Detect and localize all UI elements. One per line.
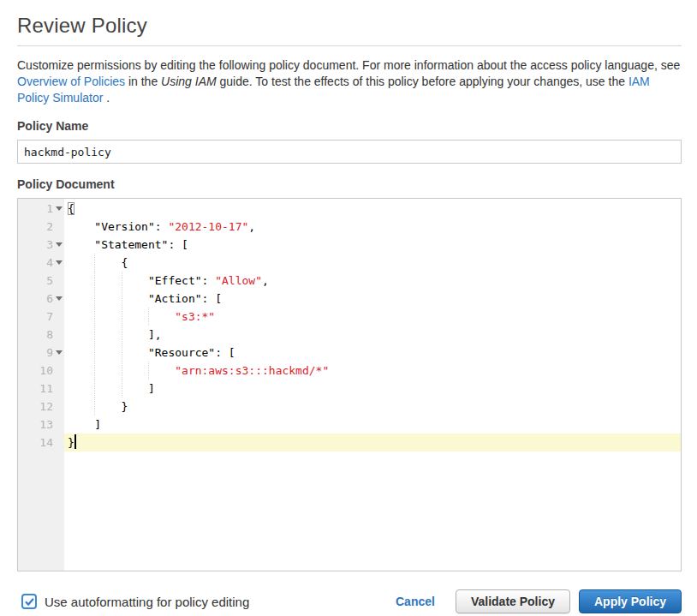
gutter-line-number: 10 xyxy=(18,362,64,380)
intro-text: . xyxy=(103,91,110,105)
indent-guide xyxy=(122,308,122,326)
page-title: Review Policy xyxy=(17,14,682,38)
json-string-value: "s3:*" xyxy=(175,310,215,323)
cancel-link[interactable]: Cancel xyxy=(396,595,435,608)
code-line[interactable]: } xyxy=(64,434,681,452)
gutter-line-number: 12 xyxy=(18,398,64,416)
json-code-text: { xyxy=(68,202,74,215)
code-line[interactable]: ] xyxy=(64,416,681,434)
validate-policy-button[interactable]: Validate Policy xyxy=(456,589,570,613)
gutter-line-number: 11 xyxy=(18,380,64,398)
overview-of-policies-link[interactable]: Overview of Policies xyxy=(17,75,125,88)
autoformat-checkbox[interactable] xyxy=(21,594,37,609)
indent-guide xyxy=(94,344,95,362)
json-code-text: , xyxy=(248,220,255,233)
indent-guide xyxy=(94,362,95,380)
footer-actions: Cancel Validate Policy Apply Policy xyxy=(396,589,682,613)
code-line[interactable]: "Effect": "Allow", xyxy=(64,272,681,290)
indent-guide xyxy=(94,254,95,272)
json-code-text: } xyxy=(68,400,128,413)
indent-guide xyxy=(122,344,122,362)
code-line[interactable]: "Resource": [ xyxy=(64,344,681,362)
using-iam-guide-name: Using IAM xyxy=(161,75,217,88)
indent-guide xyxy=(122,272,122,290)
editor-code[interactable]: { "Version": "2012-10-17", "Statement": … xyxy=(64,199,681,571)
policy-editor[interactable]: 1234567891011121314 { "Version": "2012-1… xyxy=(17,198,682,571)
code-line[interactable]: ], xyxy=(64,326,681,344)
indent-guide xyxy=(94,308,95,326)
json-code-text: , xyxy=(262,274,269,287)
json-code-text: "Resource": [ xyxy=(68,346,235,359)
fold-arrow-icon[interactable] xyxy=(56,296,63,301)
json-string-value: "arn:aws:s3:::hackmd/*" xyxy=(175,364,329,377)
intro-text: Customize permissions by editing the fol… xyxy=(17,58,680,72)
code-line[interactable]: "s3:*" xyxy=(64,308,681,326)
intro-text: guide. To test the effects of this polic… xyxy=(217,75,628,88)
footer-bar: Use autoformatting for policy editing Ca… xyxy=(17,589,682,613)
fold-arrow-icon[interactable] xyxy=(56,260,63,265)
indent-guide xyxy=(94,290,95,308)
json-code-text: "Statement": [ xyxy=(68,238,188,251)
fold-arrow-icon[interactable] xyxy=(56,242,63,247)
gutter-line-number: 4 xyxy=(18,254,64,272)
indent-guide xyxy=(94,380,95,398)
policy-name-label: Policy Name xyxy=(17,119,682,133)
indent-guide xyxy=(148,362,149,380)
policy-name-input[interactable] xyxy=(17,140,682,164)
code-line[interactable]: "Version": "2012-10-17", xyxy=(64,218,681,236)
check-icon xyxy=(24,596,35,607)
gutter-line-number: 3 xyxy=(18,236,64,254)
json-code-text: { xyxy=(68,256,128,269)
code-line[interactable]: "arn:aws:s3:::hackmd/*" xyxy=(64,362,681,380)
autoformat-option[interactable]: Use autoformatting for policy editing xyxy=(17,594,249,609)
json-code-text: ] xyxy=(68,382,155,395)
indent-guide xyxy=(148,308,149,326)
gutter-line-number: 14 xyxy=(18,434,64,452)
indent-guide xyxy=(122,380,122,398)
indent-guide xyxy=(94,272,95,290)
json-string-value: "2012-10-17" xyxy=(168,220,248,233)
indent-guide xyxy=(94,326,95,344)
json-string-value: "Allow" xyxy=(215,274,262,287)
title-divider xyxy=(17,45,682,46)
gutter-line-number: 8 xyxy=(18,326,64,344)
gutter-line-number: 7 xyxy=(18,308,64,326)
policy-document-label: Policy Document xyxy=(17,177,682,191)
json-code-text: "Effect": xyxy=(68,274,215,287)
json-code-text: ], xyxy=(68,328,162,341)
code-line[interactable]: "Action": [ xyxy=(64,290,681,308)
code-line[interactable]: { xyxy=(64,200,681,218)
autoformat-label: Use autoformatting for policy editing xyxy=(45,595,249,609)
gutter-line-number: 6 xyxy=(18,290,64,308)
indent-guide xyxy=(94,398,95,416)
code-line[interactable]: } xyxy=(64,398,681,416)
code-line[interactable]: { xyxy=(64,254,681,272)
gutter-line-number: 2 xyxy=(18,218,64,236)
gutter-line-number: 9 xyxy=(18,344,64,362)
indent-guide xyxy=(122,290,122,308)
editor-gutter: 1234567891011121314 xyxy=(18,199,64,571)
json-code-text: ] xyxy=(68,418,101,431)
indent-guide xyxy=(122,326,122,344)
fold-arrow-icon[interactable] xyxy=(56,350,63,355)
json-code-text: "Version": xyxy=(68,220,168,233)
gutter-line-number: 1 xyxy=(18,200,64,218)
indent-guide xyxy=(122,362,122,380)
json-code-text: "Action": [ xyxy=(68,292,222,305)
intro-text: in the xyxy=(125,75,161,88)
fold-arrow-icon[interactable] xyxy=(56,206,63,211)
code-line[interactable]: ] xyxy=(64,380,681,398)
text-cursor xyxy=(74,434,76,449)
gutter-line-number: 13 xyxy=(18,416,64,434)
apply-policy-button[interactable]: Apply Policy xyxy=(579,589,682,613)
json-code-text: } xyxy=(68,436,74,449)
code-line[interactable]: "Statement": [ xyxy=(64,236,681,254)
gutter-line-number: 5 xyxy=(18,272,64,290)
intro-paragraph: Customize permissions by editing the fol… xyxy=(17,57,684,106)
